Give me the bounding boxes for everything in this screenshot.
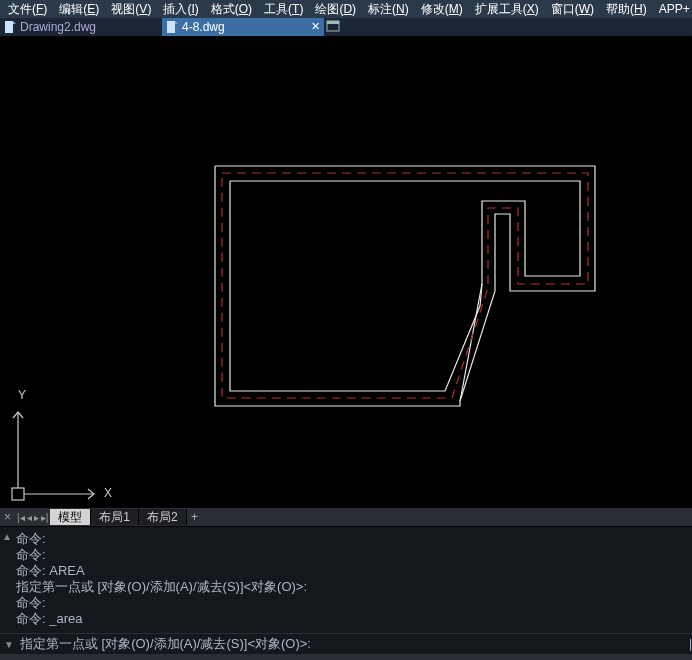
status-bar <box>0 654 692 660</box>
menu-item-E[interactable]: 编辑(E) <box>53 1 105 18</box>
ucs-icon <box>8 394 108 504</box>
drawing-canvas[interactable]: X Y <box>0 36 692 508</box>
chevron-up-icon[interactable]: ▲ <box>2 529 12 545</box>
new-doc-button[interactable] <box>324 18 342 36</box>
menu-item-H[interactable]: 帮助(H) <box>600 1 653 18</box>
chevron-down-icon[interactable]: ▼ <box>0 639 18 650</box>
menu-item-D[interactable]: 绘图(D) <box>309 1 362 18</box>
layout-tab-model[interactable]: 模型 <box>50 509 91 525</box>
command-history: ▲ 命令:命令:命令: AREA指定第一点或 [对象(O)/添加(A)/减去(S… <box>0 526 692 633</box>
dwg-file-icon <box>4 21 16 33</box>
menu-item-W[interactable]: 窗口(W) <box>545 1 600 18</box>
dwg-file-icon <box>166 21 178 33</box>
last-icon[interactable]: ▸| <box>41 512 49 523</box>
ucs-x-label: X <box>104 486 112 500</box>
next-icon[interactable]: ▸ <box>34 512 39 523</box>
menu-item-APP+[interactable]: APP+ <box>653 2 692 16</box>
menu-item-T[interactable]: 工具(T) <box>258 1 309 18</box>
prev-icon[interactable]: ◂ <box>27 512 32 523</box>
doc-tab-label: Drawing2.dwg <box>20 20 96 34</box>
command-history-line: 命令: _area <box>16 611 684 627</box>
menu-item-M[interactable]: 修改(M) <box>415 1 469 18</box>
svg-rect-7 <box>12 488 24 500</box>
command-history-line: 命令: <box>16 595 684 611</box>
close-icon[interactable]: × <box>0 510 15 524</box>
doc-tab-active[interactable]: 4-8.dwg ✕ <box>162 18 324 36</box>
command-input-row: ▼ 指定第一点或 [对象(O)/添加(A)/减去(S)]<对象(O)>: | <box>0 633 692 654</box>
menu-item-F[interactable]: 文件(F) <box>2 1 53 18</box>
menu-item-O[interactable]: 格式(O) <box>205 1 258 18</box>
layout-nav-arrows: |◂ ◂ ▸ ▸| <box>15 512 50 523</box>
command-history-line: 命令: <box>16 547 684 563</box>
menu-item-N[interactable]: 标注(N) <box>362 1 415 18</box>
svg-marker-1 <box>13 21 16 24</box>
command-input[interactable] <box>311 636 691 653</box>
command-prompt: 指定第一点或 [对象(O)/添加(A)/减去(S)]<对象(O)>: <box>18 635 311 653</box>
menu-item-V[interactable]: 视图(V) <box>105 1 157 18</box>
doc-tab-inactive[interactable]: Drawing2.dwg <box>0 18 162 36</box>
layout-tab-layout1[interactable]: 布局1 <box>91 509 139 525</box>
command-history-line: 命令: <box>16 531 684 547</box>
svg-rect-2 <box>167 21 175 33</box>
first-icon[interactable]: |◂ <box>17 512 25 523</box>
svg-rect-0 <box>5 21 13 33</box>
menu-item-I[interactable]: 插入(I) <box>157 1 204 18</box>
svg-marker-3 <box>175 21 178 24</box>
menu-bar: 文件(F)编辑(E)视图(V)插入(I)格式(O)工具(T)绘图(D)标注(N)… <box>0 0 692 18</box>
menu-item-X[interactable]: 扩展工具(X) <box>469 1 545 18</box>
close-icon[interactable]: ✕ <box>311 20 320 33</box>
ucs-y-label: Y <box>18 388 26 402</box>
document-tab-bar: Drawing2.dwg 4-8.dwg ✕ <box>0 18 692 36</box>
command-history-line: 指定第一点或 [对象(O)/添加(A)/减去(S)]<对象(O)>: <box>16 579 684 595</box>
add-layout-button[interactable]: + <box>187 510 203 524</box>
layout-tab-bar: × |◂ ◂ ▸ ▸| 模型 布局1 布局2 + <box>0 508 692 526</box>
layout-tab-layout2[interactable]: 布局2 <box>139 509 187 525</box>
doc-tab-label: 4-8.dwg <box>182 20 225 34</box>
command-history-line: 命令: AREA <box>16 563 684 579</box>
svg-rect-5 <box>327 21 339 24</box>
